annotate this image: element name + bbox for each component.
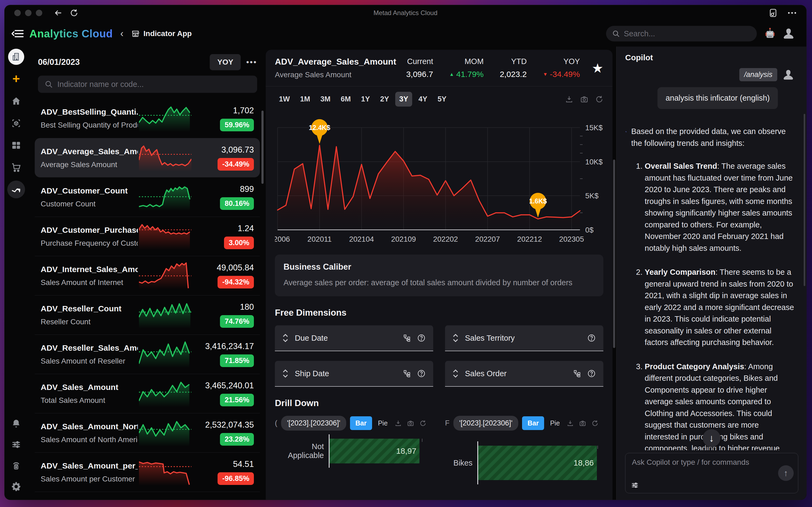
range-tab-1y[interactable]: 1Y <box>357 92 374 107</box>
hierarchy-button[interactable] <box>403 334 411 342</box>
sidebar-item-indicators[interactable] <box>7 181 25 198</box>
indicator-search[interactable] <box>38 76 257 93</box>
back-button[interactable] <box>54 8 63 17</box>
date-selector[interactable]: 06/01/2023 <box>38 57 80 67</box>
send-button[interactable]: ↑ <box>778 465 794 481</box>
range-tab-1w[interactable]: 1W <box>275 92 294 107</box>
list-more-button[interactable]: ••• <box>246 58 257 67</box>
indicator-list-item[interactable]: ADV_Reseller_Sales_Amount★ Sales Amount … <box>35 335 260 374</box>
window-close-button[interactable] <box>14 10 21 16</box>
drill-member-chip[interactable]: '[2023].[202306]' <box>281 416 346 431</box>
window-more-button[interactable] <box>788 12 797 14</box>
add-indicator-button[interactable]: + <box>12 72 20 85</box>
user-avatar <box>782 27 795 40</box>
help-button[interactable] <box>587 369 596 378</box>
global-search-input[interactable] <box>624 29 751 38</box>
download-chart-button[interactable] <box>565 95 573 103</box>
home-icon <box>11 96 21 106</box>
help-circle-icon <box>587 369 596 378</box>
indicator-list-item[interactable]: ADV_Sales_Amount_per_R...★ 18,978.08 <box>35 492 260 500</box>
indicator-list-item[interactable]: ADV_Sales_Amount★ Total Sales Amount 3,4… <box>35 374 260 413</box>
point-title: Overall Sales Trend <box>645 162 717 170</box>
screenshot-chart-button[interactable] <box>407 420 414 427</box>
notifications-button[interactable] <box>10 417 22 430</box>
breadcrumb-back-button[interactable]: ‹ <box>118 28 126 39</box>
indicator-list-item[interactable]: ADV_Sales_Amount_North...★ Sales Amount … <box>35 413 260 452</box>
comparison-mode-button[interactable]: YOY <box>210 54 241 70</box>
copilot-robot-button[interactable] <box>764 27 776 40</box>
dimension-label: Ship Date <box>295 369 329 378</box>
refresh-chart-button[interactable] <box>420 420 427 427</box>
chart-type-pie-button[interactable]: Pie <box>548 416 562 430</box>
refresh-button[interactable] <box>70 9 78 17</box>
range-tab-1m[interactable]: 1M <box>296 92 315 107</box>
hierarchy-button[interactable] <box>573 370 581 378</box>
help-button[interactable] <box>417 334 426 342</box>
help-button[interactable] <box>417 369 426 378</box>
drill-column-category: F '[2023].[202306]' Bar Pie <box>445 416 603 500</box>
main-chart[interactable]: 2020062020112021042021092022022022072022… <box>275 108 603 248</box>
copilot-input[interactable] <box>632 458 771 467</box>
download-chart-button[interactable] <box>567 420 574 427</box>
refresh-chart-button[interactable] <box>595 95 603 103</box>
indicator-list-item[interactable]: ADV_BestSelling_Quanti...★ Best Selling … <box>35 99 260 138</box>
range-tab-6m[interactable]: 6M <box>337 92 355 107</box>
copilot-options-button[interactable] <box>631 481 639 489</box>
range-tab-5y[interactable]: 5Y <box>433 92 450 107</box>
screenshot-chart-button[interactable] <box>580 95 588 103</box>
chart-type-bar-button[interactable]: Bar <box>522 416 544 430</box>
indicator-list-item[interactable]: ADV_Sales_Amount_per_C...★ Sales Amount … <box>35 452 260 492</box>
help-button[interactable] <box>587 334 596 342</box>
drill-member-chip[interactable]: '[2023].[202306]' <box>453 416 519 431</box>
indicator-list-item[interactable]: ADV_Customer_Purchase_...★ Purchase Freq… <box>35 217 260 256</box>
nav-rail: + <box>5 47 28 500</box>
sidebar-item-sales[interactable] <box>10 161 22 174</box>
sidebar-item-home[interactable] <box>10 95 22 107</box>
scroll-to-bottom-button[interactable]: ↓ <box>703 429 720 447</box>
org-avatar-button[interactable] <box>8 49 24 65</box>
hierarchy-button[interactable] <box>403 370 411 378</box>
indicator-search-input[interactable] <box>57 80 251 89</box>
favorite-star-button[interactable]: ★ <box>592 61 603 76</box>
list-scrollbar-thumb[interactable] <box>261 111 264 184</box>
indicator-name: Reseller Count <box>41 318 138 326</box>
global-search[interactable] <box>606 26 757 42</box>
breadcrumb-app[interactable]: Indicator App <box>131 29 192 38</box>
download-chart-button[interactable] <box>395 420 402 427</box>
indicator-list-item[interactable]: ADV_Reseller_Count★ Reseller Count 180 7… <box>35 295 260 335</box>
sidebar-item-models[interactable] <box>10 117 22 129</box>
refresh-chart-button[interactable] <box>592 420 598 427</box>
sidebar-item-dashboards[interactable] <box>10 139 22 152</box>
free-dimension-card[interactable]: Sales Order <box>445 361 603 387</box>
robot-icon <box>764 27 776 40</box>
free-dimension-card[interactable]: Due Date <box>275 325 433 351</box>
main-scrollbar-thumb[interactable] <box>613 160 615 348</box>
range-tab-4y[interactable]: 4Y <box>414 92 431 107</box>
indicator-list-item[interactable]: ADV_Customer_Count★ Customer Count 899 8… <box>35 177 260 217</box>
range-tab-2y[interactable]: 2Y <box>376 92 393 107</box>
settings-button[interactable] <box>10 481 22 493</box>
chart-type-bar-button[interactable]: Bar <box>350 416 372 430</box>
page-search-button[interactable] <box>769 8 778 18</box>
drill-bar-chart[interactable]: Not Applicable 18,97 <box>275 439 433 500</box>
window-zoom-button[interactable] <box>36 10 42 16</box>
chart-type-pie-button[interactable]: Pie <box>376 416 390 430</box>
free-dimension-card[interactable]: Sales Territory <box>445 325 603 351</box>
indicator-list-item[interactable]: ADV_Average_Sales_Amou...★ Average Sales… <box>35 138 260 177</box>
bar[interactable]: 18,97 <box>330 439 420 463</box>
bar[interactable]: 18,86 <box>478 446 597 480</box>
window-minimize-button[interactable] <box>25 10 32 16</box>
bar-value-label: 18,97 <box>396 446 416 456</box>
screenshot-chart-button[interactable] <box>579 420 586 427</box>
indicator-list-item[interactable]: ADV_Internet_Sales_Amou...★ Sales Amount… <box>35 256 260 295</box>
drill-bar-chart[interactable]: Bikes 18,86 <box>445 446 603 500</box>
copilot-scrollbar-thumb[interactable] <box>804 114 805 286</box>
range-tab-3m[interactable]: 3M <box>316 92 335 107</box>
devices-button[interactable] <box>10 459 22 472</box>
user-avatar-button[interactable] <box>782 27 795 40</box>
preferences-button[interactable] <box>10 438 22 451</box>
stats: Current 3,096.7 MOM ▲41.79% YTD 2,023.2 <box>406 57 580 79</box>
free-dimension-card[interactable]: Ship Date <box>275 361 433 387</box>
sidebar-toggle-button[interactable] <box>12 29 24 39</box>
range-tab-3y[interactable]: 3Y <box>395 92 412 107</box>
